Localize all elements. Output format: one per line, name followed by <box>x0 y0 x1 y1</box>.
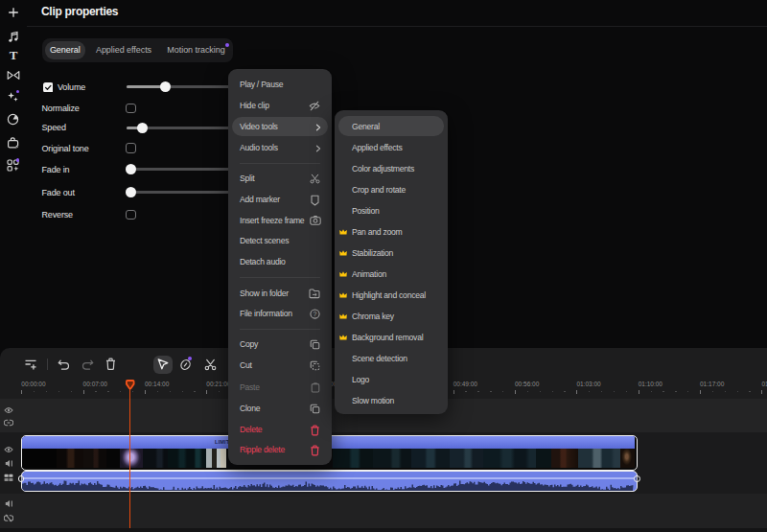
svg-text:?: ? <box>313 311 316 317</box>
